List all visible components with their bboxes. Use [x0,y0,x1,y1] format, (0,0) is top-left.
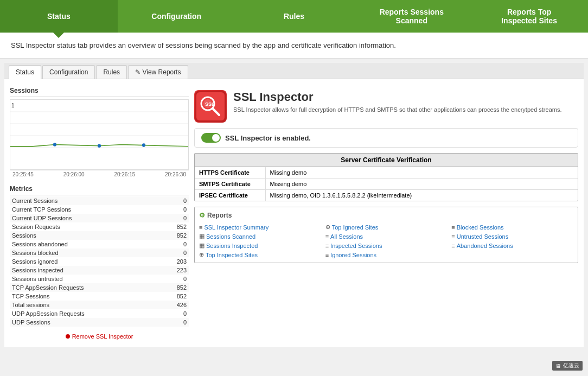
tab-status[interactable]: Status [9,65,41,79]
svg-point-5 [98,144,101,148]
report-link[interactable]: ≡Untrusted Sessions [451,233,573,240]
ssl-header: SSL SSL Inspector SSL Inspector allows f… [194,85,578,128]
metrics-title: Metrics [10,183,189,195]
remove-ssl-button[interactable]: Remove SSL Inspector [10,331,189,342]
cert-table-header: Server Certificate Verification [195,154,578,167]
chart-x-labels: 20:25:45 20:26:00 20:26:15 20:26:30 [10,170,189,179]
main-content: Sessions 1 [4,79,584,347]
sessions-chart-svg [10,100,188,160]
metric-row: Sessions untrusted0 [10,275,189,283]
top-navigation: Status Configuration Rules Reports Sessi… [0,0,588,33]
metric-row: Sessions852 [10,231,189,240]
reports-icon: ⚙ [199,212,205,219]
tab-view-reports[interactable]: ✎ View Reports [128,65,188,79]
metric-row: Session Requests852 [10,222,189,231]
cert-row: HTTPS CertificateMissing demo [195,167,578,179]
left-panel: Sessions 1 [10,85,189,342]
cert-row: IPSEC CertificateMissing demo, OID 1.3.6… [195,190,578,201]
report-link[interactable]: ⊕Top Ignored Sites [325,224,448,231]
ssl-info: SSL Inspector SSL Inspector allows for f… [233,90,562,113]
nav-configuration[interactable]: Configuration [118,0,235,33]
reports-section: ⚙ Reports ≡SSL Inspector Summary⊕Top Ign… [194,207,578,263]
nav-status[interactable]: Status [0,0,118,33]
report-link[interactable]: ≡Ignored Sessions [325,251,448,258]
right-panel: SSL SSL Inspector SSL Inspector allows f… [194,85,578,342]
nav-rules[interactable]: Rules [235,0,353,33]
sessions-chart: 1 [10,99,189,170]
sessions-title: Sessions [10,85,189,97]
metric-row: Sessions ignored203 [10,257,189,266]
metric-row: Sessions abandoned0 [10,240,189,248]
report-link[interactable]: ≡SSL Inspector Summary [199,224,321,231]
ssl-description: SSL Inspector allows for full decryption… [233,106,562,113]
tab-rules[interactable]: Rules [96,65,127,79]
svg-point-6 [142,143,145,147]
report-link[interactable]: ≡All Sessions [325,233,448,240]
cert-row: SMTPS CertificateMissing demo [195,179,578,190]
ssl-icon-svg: SSL [195,91,226,122]
report-empty [451,251,573,258]
reports-grid: ≡SSL Inspector Summary⊕Top Ignored Sites… [199,224,573,258]
svg-text:SSL: SSL [205,101,215,107]
metric-row: Current UDP Sessions0 [10,214,189,222]
report-link[interactable]: ≡Inspected Sessions [325,242,448,249]
metric-row: Total sessions426 [10,301,189,309]
ssl-enable-toggle[interactable] [201,133,221,143]
metric-row: Sessions blocked0 [10,248,189,257]
metric-row: Current Sessions0 [10,196,189,205]
report-link[interactable]: ▦Sessions Scanned [199,233,321,240]
tab-configuration[interactable]: Configuration [42,65,95,79]
report-link[interactable]: ⊕Top Inspected Sites [199,251,321,258]
ssl-icon: SSL [194,90,227,123]
reports-title: ⚙ Reports [199,212,573,219]
report-link[interactable]: ≡Abandoned Sessions [451,242,573,249]
nav-reports-top[interactable]: Reports Top Inspected Sites [470,0,588,33]
metric-row: UDP Sessions0 [10,318,189,327]
metrics-section: Metrics Current Sessions0Current TCP Ses… [10,183,189,327]
ssl-title: SSL Inspector [233,90,562,104]
metric-row: TCP AppSession Requests852 [10,283,189,292]
chart-y-label: 1 [11,103,15,109]
metrics-table: Current Sessions0Current TCP Sessions0Cu… [10,196,189,327]
report-link[interactable]: ≡Blocked Sessions [451,224,573,231]
cert-verification-section: Server Certificate Verification HTTPS Ce… [194,153,578,201]
page-description: SSL Inspector status tab provides an ove… [0,33,588,59]
nav-reports-sessions[interactable]: Reports Sessions Scanned [353,0,470,33]
metric-row: Sessions inspected223 [10,266,189,275]
metric-row: Current TCP Sessions0 [10,205,189,214]
sessions-section: Sessions 1 [10,85,189,179]
enabled-banner: SSL Inspector is enabled. [194,128,578,148]
inner-tab-bar: Status Configuration Rules ✎ View Report… [4,63,584,79]
cert-table: HTTPS CertificateMissing demoSMTPS Certi… [195,167,578,201]
enabled-text: SSL Inspector is enabled. [225,134,311,142]
metric-row: TCP Sessions852 [10,292,189,301]
svg-point-4 [53,143,56,146]
metric-row: UDP AppSession Requests0 [10,309,189,318]
remove-dot-icon [66,334,70,339]
report-link[interactable]: ▦Sessions Inspected [199,242,321,249]
